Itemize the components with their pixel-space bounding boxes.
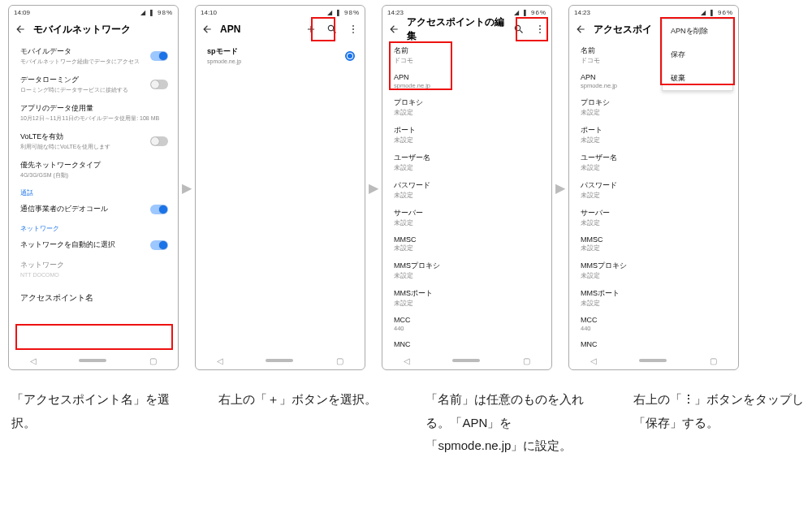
status-time: 14:10 <box>201 9 217 16</box>
item-roaming[interactable]: データローミングローミング時にデータサービスに接続する <box>9 70 178 98</box>
caption-3: 「名前」は任意のものを入れる。「APN」を「spmode.ne.jp」に設定。 <box>422 370 601 458</box>
nav-bar: ◁ ▢ <box>382 352 551 369</box>
item-mobile-data[interactable]: モバイルデータモバイルネットワーク経由でデータにアクセス <box>9 41 178 70</box>
nav-back-icon[interactable]: ◁ <box>404 356 410 365</box>
arrow-icon: ▶ <box>365 5 382 370</box>
svg-point-4 <box>539 28 541 30</box>
status-icons: ◢ ❚ 96% <box>701 9 733 16</box>
status-icons: ◢ ❚ 98% <box>140 9 173 16</box>
nav-bar: ◁ ▢ <box>569 352 738 369</box>
field-mmsc[interactable]: MMSC未設定 <box>382 231 551 257</box>
phone-1: 14:09 ◢ ❚ 98% モバイルネットワーク モバイルデータモバイルネットワ… <box>8 5 179 370</box>
screen4-col: 14:23 ◢ ❚ 96% アクセスポイ 名前ドコモ APNspmode.ne.… <box>568 5 739 370</box>
field-mmsport[interactable]: MMSポート未設定 <box>382 284 551 312</box>
screen-title: アクセスポイントの編集 <box>407 15 506 43</box>
status-bar: 14:09 ◢ ❚ 98% <box>9 6 178 17</box>
nav-back-icon[interactable]: ◁ <box>590 356 597 365</box>
item-auto-select[interactable]: ネットワークを自動的に選択 <box>9 235 178 255</box>
toggle-on-icon[interactable] <box>150 240 168 250</box>
field-user[interactable]: ユーザー名未設定 <box>569 149 738 176</box>
nav-home-icon[interactable] <box>266 359 293 362</box>
toggle-on-icon[interactable] <box>150 205 168 214</box>
item-video-call[interactable]: 通信事業者のビデオコール <box>9 199 178 219</box>
caption-4: 右上の「︙」ボタンをタップし「保存」する。 <box>630 370 809 458</box>
nav-home-icon[interactable] <box>79 359 106 362</box>
toggle-on-icon[interactable] <box>150 51 168 61</box>
more-icon[interactable] <box>532 21 548 37</box>
caption-2: 右上の「＋」ボタンを選択。 <box>215 370 394 458</box>
field-server[interactable]: サーバー未設定 <box>569 204 738 231</box>
svg-point-2 <box>352 32 354 33</box>
item-network[interactable]: ネットワークNTT DOCOMO <box>9 255 178 283</box>
field-port[interactable]: ポート未設定 <box>569 121 738 149</box>
svg-point-3 <box>539 25 541 27</box>
field-mcc[interactable]: MCC440 <box>569 312 738 336</box>
arrow-icon: ▶ <box>179 5 195 370</box>
more-icon[interactable] <box>345 21 361 37</box>
field-name[interactable]: 名前ドコモ <box>382 41 551 69</box>
field-mmsc[interactable]: MMSC未設定 <box>569 231 738 257</box>
menu-save[interactable]: 保存 <box>663 43 732 67</box>
caption-1: 「アクセスポイント名」を選択。 <box>8 370 187 458</box>
status-time: 14:23 <box>387 9 404 16</box>
field-mcc[interactable]: MCC440 <box>382 312 551 336</box>
menu-discard[interactable]: 破棄 <box>663 67 732 90</box>
nav-recent-icon[interactable]: ▢ <box>710 356 717 365</box>
phone-4: 14:23 ◢ ❚ 96% アクセスポイ 名前ドコモ APNspmode.ne.… <box>568 5 739 370</box>
app-bar: APN <box>196 17 365 41</box>
menu-delete-apn[interactable]: APNを削除 <box>663 19 732 43</box>
item-volte[interactable]: VoLTEを有効利用可能な時にVoLTEを使用します <box>9 127 178 155</box>
svg-point-0 <box>352 25 354 27</box>
nav-back-icon[interactable]: ◁ <box>30 356 37 365</box>
item-data-usage[interactable]: アプリのデータ使用量10月12日～11月11日のモバイルデータ使用量: 108 … <box>9 98 178 127</box>
plus-icon[interactable] <box>303 21 319 37</box>
radio-selected-icon[interactable] <box>345 51 355 61</box>
apn-row[interactable]: spモードspmode.ne.jp <box>196 41 365 70</box>
search-icon[interactable] <box>511 21 527 37</box>
nav-home-icon[interactable] <box>452 359 480 362</box>
status-time: 14:09 <box>14 9 30 16</box>
back-icon[interactable] <box>386 21 402 37</box>
screen2-col: 14:10 ◢ ❚ 98% APN spモ <box>195 5 365 370</box>
field-pass[interactable]: パスワード未設定 <box>569 176 738 204</box>
item-apn[interactable]: アクセスポイント名 <box>9 284 178 312</box>
back-icon[interactable] <box>12 21 28 37</box>
back-icon[interactable] <box>572 21 589 37</box>
status-bar: 14:10 ◢ ❚ 98% <box>196 6 365 17</box>
toggle-off-icon[interactable] <box>150 136 168 146</box>
field-proxy[interactable]: プロキシ未設定 <box>382 93 551 121</box>
app-bar: アクセスポイントの編集 <box>382 17 551 41</box>
nav-back-icon[interactable]: ◁ <box>217 356 223 365</box>
field-pass[interactable]: パスワード未設定 <box>382 176 551 204</box>
field-port[interactable]: ポート未設定 <box>382 121 551 149</box>
overflow-menu: APNを削除 保存 破棄 <box>662 19 733 91</box>
field-mmsport[interactable]: MMSポート未設定 <box>569 284 738 312</box>
toggle-off-icon[interactable] <box>150 80 168 89</box>
field-apn[interactable]: APNspmode.ne.jp <box>382 69 551 93</box>
field-user[interactable]: ユーザー名未設定 <box>382 149 551 176</box>
captions-row: 「アクセスポイント名」を選択。 右上の「＋」ボタンを選択。 「名前」は任意のもの… <box>0 370 812 458</box>
field-mmsproxy[interactable]: MMSプロキシ未設定 <box>382 257 551 284</box>
field-mnc[interactable]: MNC <box>569 336 738 352</box>
nav-recent-icon[interactable]: ▢ <box>149 356 157 365</box>
screen1-col: 14:09 ◢ ❚ 98% モバイルネットワーク モバイルデータモバイルネットワ… <box>8 5 179 370</box>
screen-title: APN <box>220 24 298 35</box>
nav-recent-icon[interactable]: ▢ <box>336 356 343 365</box>
phone-2: 14:10 ◢ ❚ 98% APN spモ <box>195 5 365 370</box>
status-bar: 14:23 ◢ ❚ 96% <box>569 6 738 17</box>
nav-home-icon[interactable] <box>639 359 667 362</box>
svg-point-5 <box>539 32 541 33</box>
field-server[interactable]: サーバー未設定 <box>382 204 551 231</box>
field-mmsproxy[interactable]: MMSプロキシ未設定 <box>569 257 738 284</box>
nav-bar: ◁ ▢ <box>196 352 365 369</box>
item-network-type[interactable]: 優先ネットワークタイプ4G/3G/GSM (自動) <box>9 155 178 183</box>
screen-title: モバイルネットワーク <box>33 23 175 37</box>
back-icon[interactable] <box>199 21 215 37</box>
field-mnc[interactable]: MNC <box>382 336 551 352</box>
section-network: ネットワーク <box>9 219 178 235</box>
field-proxy[interactable]: プロキシ未設定 <box>569 93 738 121</box>
nav-recent-icon[interactable]: ▢ <box>523 356 530 365</box>
svg-point-1 <box>352 28 354 30</box>
status-icons: ◢ ❚ 96% <box>514 9 546 16</box>
search-icon[interactable] <box>324 21 340 37</box>
